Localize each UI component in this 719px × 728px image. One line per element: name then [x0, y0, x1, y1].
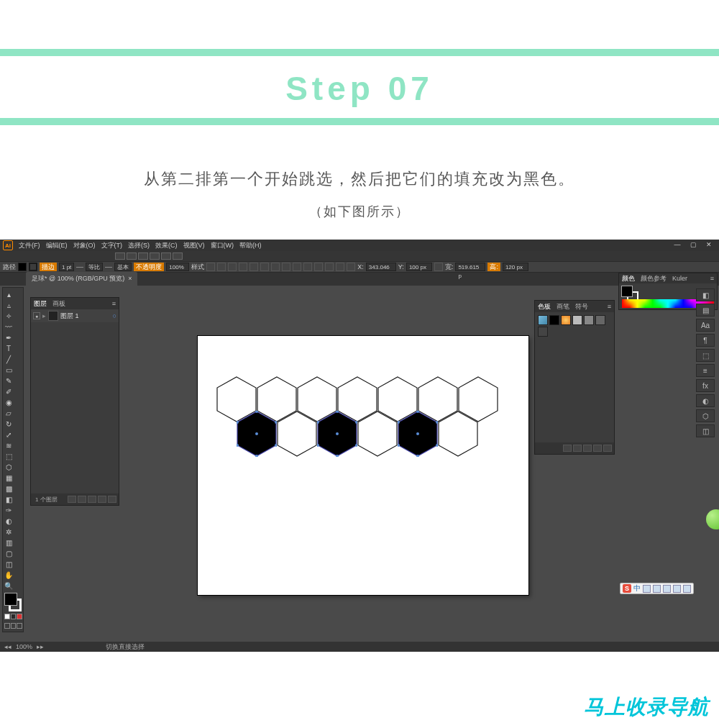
align-icon[interactable]: [239, 263, 247, 271]
fill-box[interactable]: [4, 593, 17, 606]
dock-panel-icon[interactable]: ◫: [696, 424, 715, 437]
menu-view[interactable]: 视图(V): [183, 241, 205, 250]
h-label[interactable]: 高:: [487, 263, 500, 271]
align-icon[interactable]: [249, 263, 258, 271]
swatch[interactable]: [595, 315, 605, 325]
panel-menu-icon[interactable]: ≡: [608, 303, 611, 310]
eyedropper-tool-icon[interactable]: ✑: [4, 505, 13, 515]
swatch[interactable]: [538, 327, 548, 337]
locate-object-icon[interactable]: [68, 496, 76, 503]
workspace-icon[interactable]: [173, 252, 183, 260]
y-field[interactable]: 100 px: [406, 263, 432, 271]
dock-panel-icon[interactable]: fx: [696, 379, 715, 392]
transform-icon[interactable]: [347, 263, 355, 271]
swatch[interactable]: [584, 315, 594, 325]
type-tool-icon[interactable]: T: [4, 343, 13, 353]
gradient-tool-icon[interactable]: ◧: [4, 494, 13, 504]
dock-panel-icon[interactable]: ≡: [696, 364, 715, 377]
link-wh-icon[interactable]: [434, 263, 443, 271]
lasso-tool-icon[interactable]: 〰: [4, 322, 13, 332]
stroke-link[interactable]: 描边: [40, 263, 57, 271]
perspective-tool-icon[interactable]: ▦: [4, 473, 13, 483]
mesh-tool-icon[interactable]: ▩: [4, 483, 13, 493]
fill-swatch[interactable]: [18, 263, 27, 271]
make-clipping-mask-icon[interactable]: [78, 496, 86, 503]
zoom-level[interactable]: 100%: [16, 643, 32, 650]
hexagon-selected[interactable]: [317, 411, 357, 457]
paintbrush-tool-icon[interactable]: ✎: [4, 376, 13, 386]
swatches-menu-icon[interactable]: [563, 445, 572, 452]
direct-selection-tool-icon[interactable]: ▵: [4, 300, 13, 310]
align-icon[interactable]: [271, 263, 280, 271]
align-icon[interactable]: [282, 263, 290, 271]
slice-tool-icon[interactable]: ◫: [4, 559, 13, 569]
align-icon[interactable]: [325, 263, 334, 271]
ime-keyboard-icon[interactable]: [653, 585, 661, 593]
dock-panel-icon[interactable]: ⬡: [696, 409, 715, 422]
dock-panel-icon[interactable]: ¶: [696, 334, 715, 347]
opacity-field[interactable]: 100%: [166, 263, 189, 271]
ime-settings-icon[interactable]: [683, 585, 691, 593]
dock-panel-icon[interactable]: ▤: [696, 304, 715, 317]
visibility-toggle-icon[interactable]: ●: [33, 312, 40, 319]
stroke-swatch[interactable]: [29, 263, 37, 271]
ime-toolbar[interactable]: S 中: [620, 583, 694, 594]
screen-modes[interactable]: [4, 622, 23, 630]
window-close-button[interactable]: ✕: [702, 240, 716, 250]
hexagon-selected[interactable]: [237, 411, 277, 457]
menu-select[interactable]: 选择(S): [128, 241, 150, 250]
selection-tool-icon[interactable]: ▴: [4, 289, 13, 299]
hexagon[interactable]: [277, 411, 317, 457]
nav-prev-icon[interactable]: ◂◂: [4, 643, 12, 650]
blend-tool-icon[interactable]: ◐: [4, 516, 13, 526]
menu-object[interactable]: 对象(O): [73, 241, 96, 250]
w-field[interactable]: 519.615 p: [455, 263, 485, 271]
new-sublayer-icon[interactable]: [88, 496, 96, 503]
swatch[interactable]: [549, 315, 559, 325]
eraser-tool-icon[interactable]: ▱: [4, 408, 13, 418]
kuler-tab[interactable]: Kuler: [672, 275, 687, 282]
color-tab[interactable]: 颜色: [622, 274, 635, 283]
delete-swatch-icon[interactable]: [603, 445, 612, 452]
menu-window[interactable]: 窗口(W): [211, 241, 234, 250]
workspace-icon[interactable]: [115, 252, 125, 260]
swatch[interactable]: [572, 315, 582, 325]
workspace-icon[interactable]: [150, 252, 160, 260]
symbols-tab[interactable]: 符号: [575, 302, 588, 311]
dock-panel-icon[interactable]: Aa: [696, 319, 715, 332]
align-icon[interactable]: [336, 263, 344, 271]
dock-panel-icon[interactable]: ◧: [696, 288, 715, 301]
new-swatch-icon[interactable]: [593, 445, 602, 452]
align-icon[interactable]: [217, 263, 226, 271]
align-icon[interactable]: [314, 263, 323, 271]
x-field[interactable]: 343.046: [366, 263, 396, 271]
window-maximize-button[interactable]: ▢: [686, 240, 700, 250]
dock-panel-icon[interactable]: ◐: [696, 394, 715, 407]
align-icon[interactable]: [228, 263, 237, 271]
align-icon[interactable]: [293, 263, 301, 271]
swatches-options-icon[interactable]: [573, 445, 582, 452]
workspace-icon[interactable]: [127, 252, 137, 260]
rectangle-tool-icon[interactable]: ▭: [4, 365, 13, 375]
stroke-weight-field[interactable]: 1 pt: [59, 263, 74, 271]
graph-tool-icon[interactable]: ▥: [4, 537, 13, 547]
ime-mode[interactable]: 中: [633, 583, 641, 593]
floating-badge-icon[interactable]: [706, 509, 719, 529]
shape-builder-tool-icon[interactable]: ⬡: [4, 462, 13, 472]
brushes-tab[interactable]: 画笔: [557, 302, 569, 311]
panel-menu-icon[interactable]: ≡: [112, 300, 116, 307]
panel-menu-icon[interactable]: ≡: [710, 275, 714, 282]
rotate-tool-icon[interactable]: ↻: [4, 419, 13, 429]
canvas-area[interactable]: [129, 307, 528, 642]
window-minimize-button[interactable]: —: [670, 240, 684, 250]
draw-modes[interactable]: [4, 612, 23, 621]
artboard-tool-icon[interactable]: ▢: [4, 548, 13, 558]
h-field[interactable]: 120 px: [503, 263, 528, 271]
layers-tab[interactable]: 图层: [34, 299, 47, 309]
free-transform-tool-icon[interactable]: ⬚: [4, 451, 13, 461]
magic-wand-tool-icon[interactable]: ✧: [4, 311, 13, 321]
artboards-tab[interactable]: 画板: [52, 299, 65, 309]
hand-tool-icon[interactable]: ✋: [4, 570, 13, 580]
hexagon[interactable]: [438, 411, 478, 457]
menu-help[interactable]: 帮助(H): [239, 241, 262, 250]
